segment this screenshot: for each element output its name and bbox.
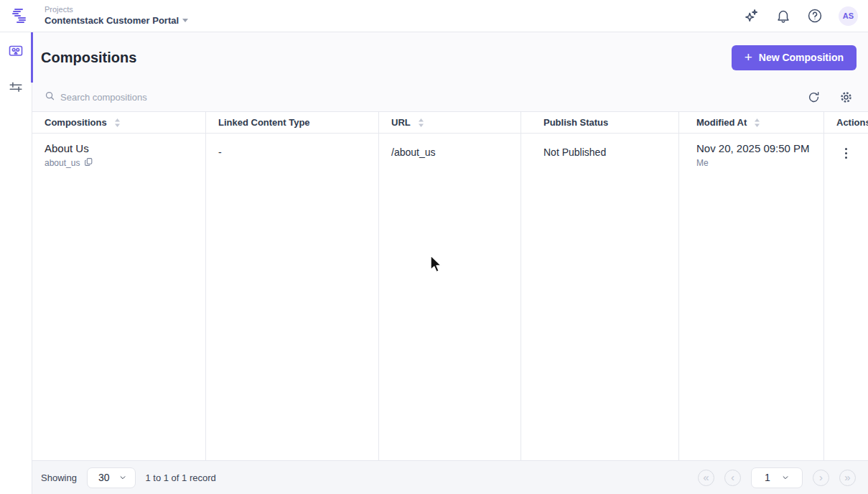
chevron-down-icon: [119, 474, 126, 481]
sort-icon[interactable]: [754, 118, 760, 127]
help-icon[interactable]: [807, 8, 823, 24]
left-sidebar: [0, 32, 32, 494]
next-page-button[interactable]: ›: [813, 470, 829, 486]
composition-uid: about_us: [45, 158, 80, 168]
first-page-button[interactable]: «: [698, 470, 714, 486]
column-header-url[interactable]: URL: [379, 112, 521, 133]
ai-sparkles-icon[interactable]: [744, 8, 760, 24]
sort-icon[interactable]: [418, 118, 424, 127]
cell-url: /about_us: [379, 134, 521, 460]
refresh-icon[interactable]: [806, 90, 821, 104]
table-toolbar: [32, 83, 868, 112]
cell-modified-at: Nov 20, 2025 09:50 PM Me: [679, 134, 824, 460]
cell-actions: [824, 134, 868, 460]
chevron-down-icon: [782, 474, 789, 481]
page-size-select[interactable]: 30: [87, 467, 136, 488]
column-header-publish-status: Publish Status: [521, 112, 679, 133]
column-header-compositions[interactable]: Compositions: [32, 112, 206, 133]
notifications-bell-icon[interactable]: [775, 8, 791, 24]
composition-title-link[interactable]: About Us: [45, 142, 205, 154]
status-text: Not Published: [543, 146, 678, 158]
row-actions-kebab-icon[interactable]: [839, 145, 854, 161]
project-selector[interactable]: Projects Contentstack Customer Portal: [45, 5, 188, 27]
column-header-modified-at[interactable]: Modified At: [679, 112, 824, 133]
sidebar-item-filters[interactable]: [7, 78, 24, 95]
new-composition-button[interactable]: + New Composition: [732, 45, 857, 70]
project-name: Contentstack Customer Portal: [45, 15, 179, 27]
cell-linked-content-type: -: [206, 134, 379, 460]
modified-by: Me: [696, 158, 823, 168]
search-input[interactable]: [60, 92, 290, 103]
projects-breadcrumb: Projects: [45, 5, 188, 15]
current-page-select[interactable]: 1: [751, 467, 803, 488]
contentstack-logo-icon[interactable]: [10, 6, 29, 25]
cell-publish-status: Not Published: [521, 134, 679, 460]
sort-icon[interactable]: [114, 118, 121, 127]
top-bar: Projects Contentstack Customer Portal: [0, 0, 868, 32]
plus-icon: +: [745, 50, 752, 64]
table-body: About Us about_us - /about_us: [32, 134, 868, 460]
sidebar-item-compositions[interactable]: [7, 42, 24, 60]
showing-label: Showing: [41, 472, 77, 483]
cell-composition: About Us about_us: [32, 134, 206, 460]
last-page-button[interactable]: »: [839, 470, 856, 486]
copy-icon[interactable]: [84, 157, 93, 169]
column-header-linked-content-type: Linked Content Type: [206, 112, 379, 133]
page-header: Compositions + New Composition: [32, 32, 868, 83]
table-settings-gear-icon[interactable]: [839, 90, 853, 104]
chevron-down-icon: [182, 19, 188, 22]
page-title: Compositions: [41, 50, 136, 66]
table-header-row: Compositions Linked Content Type URL Pub…: [32, 112, 868, 134]
previous-page-button[interactable]: ‹: [724, 470, 741, 486]
pagination-bar: Showing 30 1 to 1 of 1 record « ‹ 1 › »: [32, 460, 868, 494]
active-nav-indicator: [31, 32, 33, 83]
records-count-text: 1 to 1 of 1 record: [145, 472, 215, 483]
column-header-actions: Actions: [824, 112, 868, 133]
user-avatar[interactable]: AS: [839, 6, 858, 26]
search-icon: [45, 90, 55, 104]
